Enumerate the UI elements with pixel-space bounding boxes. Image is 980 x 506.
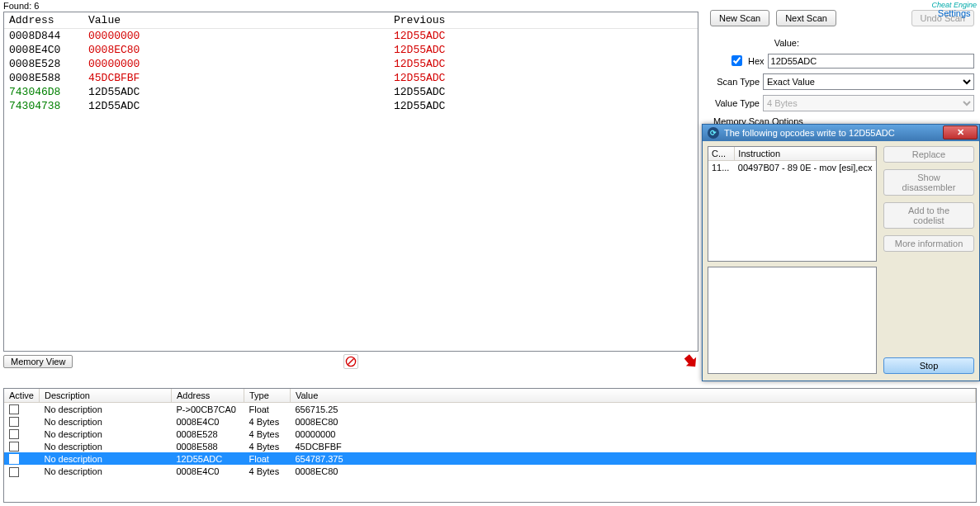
result-row[interactable]: 743046D812D55ADC12D55ADC: [4, 85, 698, 99]
cell-address: 0008D844: [4, 29, 83, 44]
valuetype-label: Value Type: [710, 98, 760, 108]
col-previous[interactable]: Previous: [389, 12, 698, 29]
active-checkbox[interactable]: [9, 454, 19, 464]
stop-button[interactable]: Stop: [883, 357, 974, 374]
memory-view-button[interactable]: Memory View: [3, 355, 73, 368]
cell-value: 12D55ADC: [83, 99, 389, 113]
cell-previous: 12D55ADC: [389, 29, 698, 44]
active-checkbox[interactable]: [9, 404, 19, 414]
table-row[interactable]: No description12D55ADCFloat654787.375: [4, 452, 976, 465]
cheat-engine-logo: Cheat Engine: [931, 2, 977, 8]
replace-button[interactable]: Replace: [883, 146, 974, 163]
cell-description: No description: [39, 465, 171, 477]
col-type[interactable]: Type: [244, 389, 290, 403]
cell-value: 0008EC80: [83, 43, 389, 57]
svg-line-1: [348, 359, 354, 365]
col-instruction[interactable]: Instruction: [735, 147, 876, 161]
address-list[interactable]: Active Description Address Type Value No…: [3, 388, 977, 503]
settings-link[interactable]: Cheat Engine Settings: [931, 2, 977, 18]
value-label: Value:: [766, 38, 799, 48]
col-description[interactable]: Description: [39, 389, 171, 403]
active-checkbox[interactable]: [9, 442, 19, 452]
cell-instruction: 00497B07 - 89 0E - mov [esi],ecx: [735, 161, 876, 175]
cell-value: 45DCBFBF: [83, 71, 389, 85]
next-scan-button[interactable]: Next Scan: [776, 10, 836, 26]
table-row[interactable]: No description0008E5284 Bytes00000000: [4, 428, 976, 440]
close-icon[interactable]: ✕: [943, 125, 978, 140]
result-row[interactable]: 7430473812D55ADC12D55ADC: [4, 99, 698, 113]
add-address-manually-icon[interactable]: [683, 353, 699, 371]
cell-description: No description: [39, 428, 171, 440]
cell-previous: 12D55ADC: [389, 71, 698, 85]
active-checkbox[interactable]: [9, 467, 19, 477]
table-row[interactable]: No description0008E5884 Bytes45DCBFBF: [4, 440, 976, 452]
cell-address: 74304738: [4, 99, 83, 113]
cell-previous: 12D55ADC: [389, 43, 698, 57]
value-input[interactable]: [768, 54, 974, 69]
opcode-detail: [708, 267, 877, 374]
scan-results[interactable]: Address Value Previous 0008D844000000001…: [3, 12, 698, 352]
result-row[interactable]: 0008D8440000000012D55ADC: [4, 29, 698, 44]
scantype-label: Scan Type: [710, 77, 760, 87]
new-scan-button[interactable]: New Scan: [710, 10, 769, 26]
cell-previous: 12D55ADC: [389, 99, 698, 113]
cell-ct-value: 654787.375: [290, 452, 975, 465]
cell-description: No description: [39, 452, 171, 465]
cell-ct-address: 0008E528: [171, 428, 244, 440]
table-row[interactable]: No description0008E4C04 Bytes0008EC80: [4, 415, 976, 428]
value-type-select: 4 Bytes: [763, 95, 974, 111]
cell-previous: 12D55ADC: [389, 57, 698, 71]
hex-checkbox[interactable]: [731, 55, 742, 66]
cell-type: Float: [244, 403, 290, 416]
col-count[interactable]: C...: [708, 147, 735, 161]
opcode-writer-window[interactable]: ⟳ The following opcodes write to 12D55AD…: [702, 124, 980, 381]
cell-ct-address: 0008E4C0: [171, 415, 244, 428]
cell-ct-value: 0008EC80: [290, 465, 975, 477]
opcode-list[interactable]: C... Instruction 11...00497B07 - 89 0E -…: [708, 146, 877, 262]
show-disassembler-button[interactable]: Show disassembler: [883, 169, 974, 196]
cell-description: No description: [39, 403, 171, 416]
result-row[interactable]: 0008E5280000000012D55ADC: [4, 57, 698, 71]
opcode-row[interactable]: 11...00497B07 - 89 0E - mov [esi],ecx: [708, 161, 876, 175]
col-address[interactable]: Address: [4, 12, 83, 29]
cell-type: Float: [244, 452, 290, 465]
active-checkbox[interactable]: [9, 417, 19, 427]
cell-address: 0008E528: [4, 57, 83, 71]
cell-address: 743046D8: [4, 85, 83, 99]
col-active[interactable]: Active: [4, 389, 39, 403]
cell-ct-value: 0008EC80: [290, 415, 975, 428]
cell-ct-value: 00000000: [290, 428, 975, 440]
cell-type: 4 Bytes: [244, 440, 290, 452]
result-row[interactable]: 0008E58845DCBFBF12D55ADC: [4, 71, 698, 85]
cell-description: No description: [39, 415, 171, 428]
add-to-codelist-button[interactable]: Add to the codelist: [883, 202, 974, 229]
col-ct-address[interactable]: Address: [171, 389, 244, 403]
cell-count: 11...: [708, 161, 735, 175]
cell-ct-address: P->00CB7CA0: [171, 403, 244, 416]
col-ct-value[interactable]: Value: [290, 389, 975, 403]
table-row[interactable]: No descriptionP->00CB7CA0Float656715.25: [4, 403, 976, 416]
opcode-window-title: The following opcodes write to 12D55ADC: [724, 128, 895, 138]
cell-ct-value: 45DCBFBF: [290, 440, 975, 452]
col-value[interactable]: Value: [83, 12, 389, 29]
cell-description: No description: [39, 440, 171, 452]
result-row[interactable]: 0008E4C00008EC8012D55ADC: [4, 43, 698, 57]
table-row[interactable]: No description0008E4C04 Bytes0008EC80: [4, 465, 976, 477]
no-entry-icon: [343, 354, 358, 369]
cell-type: 4 Bytes: [244, 415, 290, 428]
cell-ct-address: 0008E4C0: [171, 465, 244, 477]
cell-ct-value: 656715.25: [290, 403, 975, 416]
cheat-engine-icon: ⟳: [708, 127, 719, 139]
cell-address: 0008E588: [4, 71, 83, 85]
cell-value: 00000000: [83, 57, 389, 71]
cell-ct-address: 0008E588: [171, 440, 244, 452]
hex-label: Hex: [748, 56, 765, 66]
active-checkbox[interactable]: [9, 429, 19, 439]
cell-value: 00000000: [83, 29, 389, 44]
scan-type-select[interactable]: Exact Value: [763, 73, 974, 90]
cell-previous: 12D55ADC: [389, 85, 698, 99]
cell-type: 4 Bytes: [244, 465, 290, 477]
more-information-button[interactable]: More information: [883, 235, 974, 252]
cell-type: 4 Bytes: [244, 428, 290, 440]
cell-address: 0008E4C0: [4, 43, 83, 57]
